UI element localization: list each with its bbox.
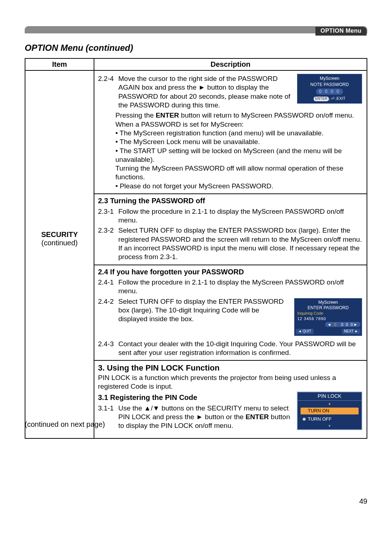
bullet-4: • Please do not forget your MyScreen PAS… bbox=[115, 182, 363, 191]
osd-enter-password: MyScreen ENTER PASSWORD Inquiring Code 1… bbox=[294, 298, 362, 336]
osd-note-password: MyScreen NOTE PASSWORD 0 0 0 0 ENTER, ⏎ … bbox=[297, 74, 362, 104]
pin-turn-on-option: TURN ON bbox=[301, 408, 359, 414]
osd-pin-title: PIN LOCK bbox=[298, 392, 362, 401]
up-arrow-icon: ▲ bbox=[298, 401, 362, 406]
osd-note-footer: ENTER, ⏎ ;EXIT bbox=[297, 96, 362, 101]
heading-2-4: 2.4 If you have forgotten your PASSWORD bbox=[98, 267, 363, 277]
item-label: SECURITY bbox=[25, 230, 94, 239]
step-text: Select TURN OFF to display the ENTER PAS… bbox=[118, 226, 362, 243]
step-text: Select TURN OFF to display the ENTER PAS… bbox=[118, 297, 290, 324]
step-2-3-1: 2.3-1 Follow the procedure in 2.1-1 to d… bbox=[98, 207, 363, 225]
radio-on-icon bbox=[303, 409, 306, 412]
section-3-intro: PIN LOCK is a function which prevents th… bbox=[98, 373, 363, 391]
col-header-item: Item bbox=[25, 58, 94, 70]
page-number: 49 bbox=[359, 497, 367, 506]
when-password-set: When a PASSWORD is set for MyScreen: bbox=[115, 120, 363, 129]
inquiring-code-value: 12 3456 7890 bbox=[296, 316, 360, 321]
step-text: Use the ▲/▼ buttons on the SECURITY menu… bbox=[118, 404, 293, 430]
osd-quit-button: ◄ QUIT bbox=[296, 329, 314, 334]
step-2-2-4-line2: Pressing the ENTER button will return to… bbox=[115, 111, 363, 120]
col-header-description: Description bbox=[94, 58, 367, 70]
step-2-4-2: 2.4-2 Select TURN OFF to display the ENT… bbox=[98, 297, 290, 324]
osd-enter-sub: ENTER PASSWORD bbox=[296, 305, 360, 311]
heading-3: 3. Using the PIN LOCK Function bbox=[98, 363, 363, 373]
osd-note-digits: 0 0 0 0 bbox=[316, 89, 343, 95]
step-2-4-1: 2.4-1 Follow the procedure in 2.1-1 to d… bbox=[98, 278, 363, 296]
step-number: 2.4-2 bbox=[98, 297, 115, 324]
step-number: 2.2-4 bbox=[98, 74, 115, 110]
page-title: OPTION Menu (continued) bbox=[25, 43, 133, 53]
osd-pin-lock: PIN LOCK ▲ TURN ON TURN OFF ▼ bbox=[297, 392, 362, 430]
step-3-1-1: 3.1-1 Use the ▲/▼ buttons on the SECURIT… bbox=[98, 404, 293, 430]
osd-note-title: MyScreen bbox=[297, 75, 362, 82]
bullet-1: • The MyScreen registration function (an… bbox=[115, 129, 363, 138]
step-2-3-2: 2.3-2 Select TURN OFF to display the ENT… bbox=[98, 226, 363, 261]
step-number: 2.4-1 bbox=[98, 278, 115, 296]
step-number: 2.4-3 bbox=[98, 340, 115, 357]
down-arrow-icon: ▼ bbox=[298, 424, 362, 429]
step-2-2-4: 2.2-4 Move the cursor to the right side … bbox=[98, 74, 293, 110]
radio-off-icon bbox=[303, 418, 306, 421]
item-cell: SECURITY (continued) bbox=[25, 70, 94, 438]
heading-2-3: 2.3 Turning the PASSWORD off bbox=[98, 196, 363, 206]
pin-turn-off-option: TURN OFF bbox=[301, 416, 359, 423]
osd-enter-entry: ◄0 0 0 0► bbox=[325, 322, 360, 327]
continued-note: (continued on next page) bbox=[25, 420, 105, 429]
section-3: 3. Using the PIN LOCK Function PIN LOCK … bbox=[94, 360, 367, 432]
turning-off-note: Turning the MyScreen PASSWORD off will a… bbox=[115, 164, 363, 182]
step-2-4-3: 2.4-3 Contact your dealer with the 10-di… bbox=[98, 340, 363, 357]
inquiring-code-label: Inquiring Code bbox=[296, 311, 360, 316]
step-text: Follow the procedure in 2.1-1 to display… bbox=[118, 207, 363, 225]
osd-enter-title: MyScreen bbox=[296, 300, 360, 305]
description-cell: MyScreen NOTE PASSWORD 0 0 0 0 ENTER, ⏎ … bbox=[94, 70, 367, 438]
section-2-3: 2.3 Turning the PASSWORD off 2.3-1 Follo… bbox=[94, 193, 367, 261]
exit-label: EXIT bbox=[336, 96, 345, 101]
enter-key-label: ENTER bbox=[314, 97, 329, 101]
osd-next-button: NEXT ► bbox=[342, 329, 360, 334]
item-continued: (continued) bbox=[25, 239, 94, 247]
bullet-2: • The MyScreen Lock menu will be unavail… bbox=[115, 138, 363, 146]
osd-note-sub: NOTE PASSWORD bbox=[297, 82, 362, 88]
step-number: 2.3-2 bbox=[98, 226, 115, 261]
step-text: Move the cursor to the right side of the… bbox=[118, 75, 290, 109]
step-number: 2.3-1 bbox=[98, 207, 115, 225]
step-text-b: If an incorrect PASSWORD is input the me… bbox=[118, 244, 360, 261]
step-text: Follow the procedure in 2.1-1 to display… bbox=[118, 278, 363, 296]
step-text: Contact your dealer with the 10-digit In… bbox=[118, 340, 363, 357]
header-tab: OPTION Menu bbox=[315, 27, 367, 36]
section-2-4: 2.4 If you have forgotten your PASSWORD … bbox=[94, 265, 367, 357]
option-table: Item Description SECURITY (continued) My… bbox=[25, 58, 367, 439]
bullet-3: • The START UP setting will be locked on… bbox=[115, 147, 363, 164]
